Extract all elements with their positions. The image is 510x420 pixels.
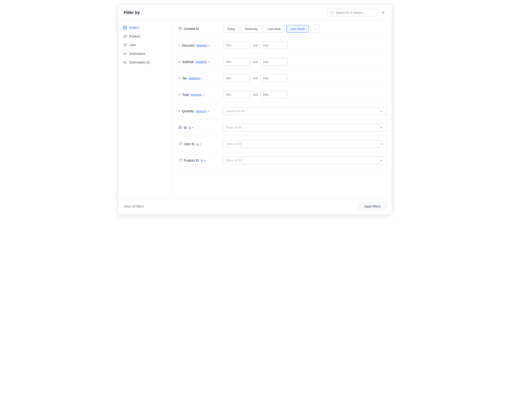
filter-label: ID is — [179, 126, 220, 130]
filter-controls: Today Yesterday Last week Last month ··· — [223, 25, 386, 33]
sidebar-item-product[interactable]: Product — [118, 32, 173, 41]
filter-controls: Enter an ID — [223, 124, 386, 131]
last-week-button[interactable]: Last week — [263, 25, 285, 33]
svg-rect-4 — [179, 27, 181, 30]
product-id-dropdown[interactable]: Enter an ID — [223, 157, 386, 164]
chevron-down-icon — [380, 126, 383, 129]
filter-operator-total[interactable]: between — [191, 93, 205, 96]
filter-operator-quantity[interactable]: equal to — [196, 109, 209, 113]
modal-header: Filter by — [118, 5, 392, 21]
filter-label: Created At — [179, 27, 220, 31]
search-input[interactable] — [336, 11, 375, 14]
chevron-down-icon — [380, 109, 383, 113]
hash-icon: # — [179, 93, 180, 96]
total-min-input[interactable] — [223, 91, 251, 98]
and-separator: and — [253, 76, 258, 80]
modal-body: Orders Product User — [118, 21, 392, 198]
dots-grid-icon — [123, 26, 127, 30]
filter-controls: Enter an ID — [223, 157, 386, 164]
rotate-cw-icon — [179, 142, 182, 146]
id-dropdown[interactable]: Enter an ID — [223, 124, 386, 131]
sigma-icon — [123, 60, 127, 64]
filter-row-created-at: Created At Today Yesterday Last week Las… — [173, 21, 392, 37]
sidebar-item-label: Summaries — [129, 52, 145, 55]
yesterday-button[interactable]: Yesterday — [241, 25, 262, 33]
filter-label: # Quantity equal to — [179, 109, 220, 113]
field-name: Subtotal — [182, 60, 194, 64]
apply-filters-button[interactable]: Apply filters — [358, 202, 386, 211]
id-badge-icon — [179, 126, 182, 130]
main-content: Created At Today Yesterday Last week Las… — [173, 21, 392, 198]
hash-icon: # — [179, 60, 180, 63]
sidebar-item-label: Orders — [129, 26, 139, 30]
filter-row-tax: # Tax between and — [173, 70, 392, 87]
last-month-button[interactable]: Last month — [286, 25, 309, 33]
svg-rect-8 — [179, 127, 182, 128]
svg-line-1 — [333, 13, 334, 14]
filter-row-total: # Total between and — [173, 87, 392, 103]
field-name: Discount — [182, 44, 194, 47]
filter-label: # Total between — [179, 93, 220, 97]
field-name: ID — [184, 126, 187, 129]
sidebar-item-summaries[interactable]: Summaries — [118, 49, 173, 58]
sidebar-item-label: Product — [129, 34, 140, 38]
filter-operator-tax[interactable]: between — [189, 76, 203, 80]
subtotal-min-input[interactable] — [223, 58, 251, 66]
filter-row-discount: # Discount between and — [173, 37, 392, 54]
hash-icon: # — [179, 109, 180, 113]
filter-controls: Search the list — [223, 107, 386, 115]
more-date-options-button[interactable]: ··· — [311, 25, 320, 33]
filter-row-subtotal: # Subtotal between and — [173, 54, 392, 70]
filter-operator-product-id[interactable]: is — [201, 159, 206, 162]
filter-operator-subtotal[interactable]: between — [196, 60, 210, 63]
tax-max-input[interactable] — [260, 75, 288, 82]
today-button[interactable]: Today — [223, 25, 239, 33]
quantity-dropdown[interactable]: Search the list — [223, 107, 386, 115]
search-box[interactable] — [327, 9, 378, 16]
tax-min-input[interactable] — [223, 75, 251, 82]
filter-row-id: ID is Enter an ID — [173, 119, 392, 136]
user-id-placeholder: Enter an ID — [226, 142, 241, 146]
hash-icon: # — [179, 44, 180, 47]
discount-max-input[interactable] — [260, 42, 288, 49]
search-icon — [330, 11, 334, 14]
field-name: Tax — [182, 76, 187, 80]
rotate-cw-icon — [123, 34, 127, 38]
filter-label: # Tax between — [179, 76, 220, 80]
calendar-icon — [179, 27, 182, 31]
field-name: Created At — [184, 27, 199, 30]
discount-min-input[interactable] — [223, 42, 251, 49]
clear-all-filters-button[interactable]: Clear all filters — [124, 203, 144, 210]
filter-operator-id[interactable]: is — [189, 126, 194, 129]
sidebar-item-user[interactable]: User — [118, 41, 173, 49]
chevron-down-icon — [380, 142, 383, 146]
subtotal-max-input[interactable] — [260, 58, 288, 66]
sidebar: Orders Product User — [118, 21, 173, 198]
close-button[interactable] — [380, 10, 386, 15]
filter-row-product-id: Product ID is Enter an ID — [173, 152, 392, 169]
header-right — [327, 9, 386, 16]
and-separator: and — [253, 93, 258, 96]
filter-label: # Discount between — [179, 44, 220, 47]
hash-icon: # — [179, 76, 180, 80]
filter-modal: Filter by — [118, 5, 392, 215]
modal-title: Filter by — [124, 10, 140, 15]
date-buttons: Today Yesterday Last week Last month ··· — [223, 25, 320, 33]
filter-controls: and — [223, 58, 386, 66]
sidebar-item-summaries2[interactable]: Summaries (2) — [118, 58, 173, 67]
filter-operator-user-id[interactable]: is — [196, 142, 202, 146]
user-id-dropdown[interactable]: Enter an ID — [223, 140, 386, 148]
id-placeholder: Enter an ID — [226, 126, 241, 129]
filter-label: Product ID is — [179, 158, 220, 163]
field-name: User ID — [184, 142, 195, 146]
sidebar-item-orders[interactable]: Orders — [118, 23, 173, 32]
filter-operator-discount[interactable]: between — [196, 44, 211, 47]
and-separator: and — [253, 44, 258, 47]
field-name: Product ID — [184, 159, 199, 162]
total-max-input[interactable] — [260, 91, 288, 98]
filter-controls: Enter an ID — [223, 140, 386, 148]
filter-label: User ID is — [179, 142, 220, 146]
rotate-cw-icon — [179, 158, 182, 163]
filter-row-user-id: User ID is Enter an ID — [173, 136, 392, 152]
filter-label: # Subtotal between — [179, 60, 220, 64]
